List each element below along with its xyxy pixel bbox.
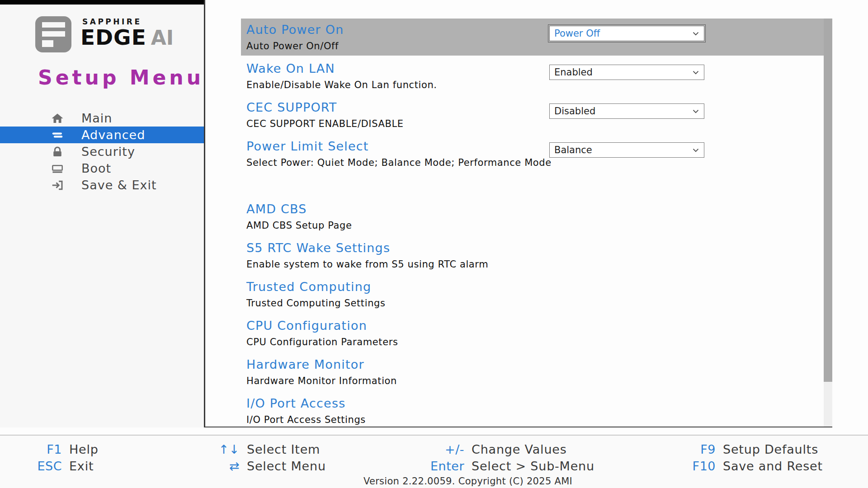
brand-text: SAPPHIRE EDGE AI [80, 15, 174, 48]
setting-description: Auto Power On/Off [246, 40, 824, 52]
home-icon [51, 112, 64, 125]
setting-row-cpu-configuration[interactable]: CPU ConfigurationCPU Configuration Param… [241, 314, 824, 353]
sidebar-item-label: Main [81, 111, 112, 125]
hint-label-switch: Select Menu [247, 458, 326, 474]
bios-setup-window: SAPPHIRE EDGE AI Setup Menu MainAdvanced… [0, 0, 868, 488]
brand-product-suffix: AI [151, 28, 174, 48]
content-bottom-border [205, 427, 832, 427]
footer-hints-col2: ↑↓Select Item⇄Select Menu [199, 441, 326, 474]
setting-title: Wake On LAN [246, 61, 824, 76]
setting-row-i-o-port-access[interactable]: I/O Port AccessI/O Port Access Settings [241, 392, 824, 427]
setting-description: AMD CBS Setup Page [246, 220, 824, 231]
setting-title: AMD CBS [246, 202, 824, 216]
sidebar-nav: MainAdvancedSecurityBootSave & Exit [0, 110, 204, 193]
hint-key-esc: ESC [5, 458, 62, 474]
setting-title: CEC SUPPORT [246, 100, 824, 115]
footer-hints-col4: F9Setup DefaultsF10Save and Reset [651, 441, 823, 474]
sapphire-edge-logo: SAPPHIRE EDGE AI [34, 15, 174, 53]
hint-label-plusminus: Change Values [472, 441, 594, 458]
sliders-icon [51, 128, 64, 142]
scrollbar[interactable] [824, 19, 832, 427]
hint-label-f9: Setup Defaults [723, 441, 823, 458]
setting-description: CPU Configuration Parameters [246, 336, 824, 348]
hint-key-f9: F9 [651, 441, 716, 458]
setting-description: I/O Port Access Settings [246, 414, 824, 426]
chevron-down-icon [691, 28, 701, 38]
version-text: Version 2.22.0059. Copyright (C) 2025 AM… [0, 476, 868, 487]
power-limit-select-dropdown[interactable]: Balance [549, 142, 704, 158]
setting-description: Trusted Computing Settings [246, 297, 824, 309]
hint-label-f1: Help [69, 441, 99, 458]
setting-title: S5 RTC Wake Settings [246, 241, 824, 255]
sidebar-item-label: Advanced [81, 128, 145, 142]
setting-title: Trusted Computing [246, 280, 824, 294]
setting-title: Auto Power On [246, 23, 824, 37]
brand-product: EDGE [80, 26, 146, 48]
hint-key-f10: F10 [651, 458, 716, 474]
setting-row-trusted-computing[interactable]: Trusted ComputingTrusted Computing Setti… [241, 276, 824, 314]
setting-title: Power Limit Select [246, 139, 824, 154]
sidebar-item-save-exit[interactable]: Save & Exit [0, 177, 204, 193]
setup-menu-title: Setup Menu [38, 66, 204, 89]
drive-icon [51, 162, 64, 175]
cec-support-dropdown[interactable]: Disabled [549, 103, 704, 119]
setting-title: I/O Port Access [246, 396, 824, 411]
setting-row-hardware-monitor[interactable]: Hardware MonitorHardware Monitor Informa… [241, 353, 824, 392]
sidebar: SAPPHIRE EDGE AI Setup Menu MainAdvanced… [0, 0, 205, 427]
scrollbar-thumb[interactable] [824, 19, 832, 382]
chevron-down-icon [691, 106, 701, 116]
setting-row-auto-power-on[interactable]: Auto Power OnAuto Power On/OffPower Off [241, 19, 824, 56]
sidebar-item-security[interactable]: Security [0, 143, 204, 160]
setting-description: Select Power: Quiet Mode; Balance Mode; … [246, 157, 824, 169]
setting-row-power-limit-select[interactable]: Power Limit SelectSelect Power: Quiet Mo… [241, 135, 824, 174]
setting-row-wake-on-lan[interactable]: Wake On LANEnable/Disable Wake On Lan fu… [241, 57, 824, 96]
hint-label-f10: Save and Reset [723, 458, 823, 474]
setting-description: Hardware Monitor Information [246, 375, 824, 387]
sidebar-item-label: Security [81, 145, 135, 159]
sidebar-item-label: Save & Exit [81, 178, 157, 192]
footer-hints-col1: F1HelpESCExit [5, 441, 99, 474]
setting-description: Enable/Disable Wake On Lan function. [246, 79, 824, 91]
setting-row-amd-cbs[interactable]: AMD CBSAMD CBS Setup Page [241, 198, 824, 237]
hint-label-updown: Select Item [247, 441, 326, 458]
dropdown-value: Enabled [554, 67, 593, 78]
wake-on-lan-dropdown[interactable]: Enabled [549, 65, 704, 80]
setting-row-s5-rtc-wake-settings[interactable]: S5 RTC Wake SettingsEnable system to wak… [241, 237, 824, 276]
sidebar-item-label: Boot [81, 161, 111, 175]
dropdown-value: Balance [554, 145, 592, 155]
sidebar-item-main[interactable]: Main [0, 110, 204, 127]
hint-label-esc: Exit [69, 458, 99, 474]
setting-row-cec-support[interactable]: CEC SUPPORTCEC SUPPORT ENABLE/DISABLEDis… [241, 96, 824, 135]
hint-key-switch: ⇄ [199, 458, 240, 474]
auto-power-on-dropdown[interactable]: Power Off [549, 26, 704, 41]
hint-label-enter: Select > Sub-Menu [472, 458, 594, 474]
lock-icon [51, 145, 64, 159]
settings-list: Auto Power OnAuto Power On/OffPower OffW… [241, 19, 824, 427]
sapphire-logo-icon [34, 15, 72, 53]
dropdown-value: Disabled [554, 106, 595, 117]
footer-hints-col3: +/-Change ValuesEnterSelect > Sub-Menu [398, 441, 594, 474]
setting-title: CPU Configuration [246, 319, 824, 333]
hint-key-updown: ↑↓ [199, 441, 240, 458]
sidebar-item-boot[interactable]: Boot [0, 160, 204, 177]
footer-keybar: Version 2.22.0059. Copyright (C) 2025 AM… [0, 435, 868, 488]
chevron-down-icon [691, 145, 701, 155]
setting-description: Enable system to wake from S5 using RTC … [246, 258, 824, 270]
sidebar-top-strip [0, 0, 204, 5]
setting-description: CEC SUPPORT ENABLE/DISABLE [246, 118, 824, 130]
setting-title: Hardware Monitor [246, 357, 824, 372]
chevron-down-icon [691, 67, 701, 77]
dropdown-value: Power Off [554, 28, 600, 39]
hint-key-enter: Enter [398, 458, 464, 474]
hint-key-plusminus: +/- [398, 441, 464, 458]
exit-icon [51, 178, 64, 192]
sidebar-item-advanced[interactable]: Advanced [0, 127, 204, 143]
hint-key-f1: F1 [5, 441, 62, 458]
